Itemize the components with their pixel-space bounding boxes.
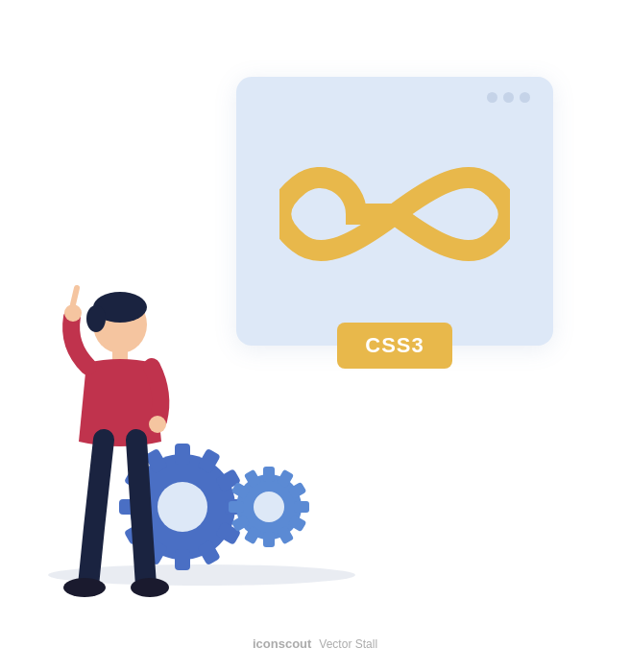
- svg-rect-25: [229, 501, 244, 513]
- svg-point-35: [63, 578, 106, 597]
- svg-rect-19: [294, 501, 309, 513]
- person-illustration: [58, 278, 182, 586]
- small-gear: [221, 459, 317, 559]
- browser-window: CSS3: [236, 77, 553, 346]
- infinity-icon: [279, 147, 510, 281]
- svg-point-34: [149, 416, 166, 433]
- svg-point-36: [131, 578, 169, 597]
- infinity-area: [254, 94, 536, 315]
- illustration-scene: CSS3: [0, 0, 630, 672]
- browser-dot-1: [487, 92, 497, 103]
- watermark-site: iconscout: [253, 636, 311, 651]
- browser-dot-2: [503, 92, 514, 103]
- browser-dots: [487, 92, 530, 103]
- watermark: iconscout Vector Stall: [253, 636, 377, 651]
- watermark-brand: Vector Stall: [319, 637, 377, 651]
- svg-rect-22: [263, 532, 275, 547]
- browser-dot-3: [520, 92, 530, 103]
- svg-point-30: [86, 305, 106, 332]
- svg-line-33: [73, 288, 77, 304]
- person-svg: [58, 278, 182, 605]
- svg-rect-16: [263, 467, 275, 482]
- svg-point-15: [254, 492, 284, 522]
- small-gear-svg: [221, 459, 317, 555]
- css3-label: CSS3: [365, 333, 424, 358]
- css3-badge: CSS3: [337, 323, 452, 369]
